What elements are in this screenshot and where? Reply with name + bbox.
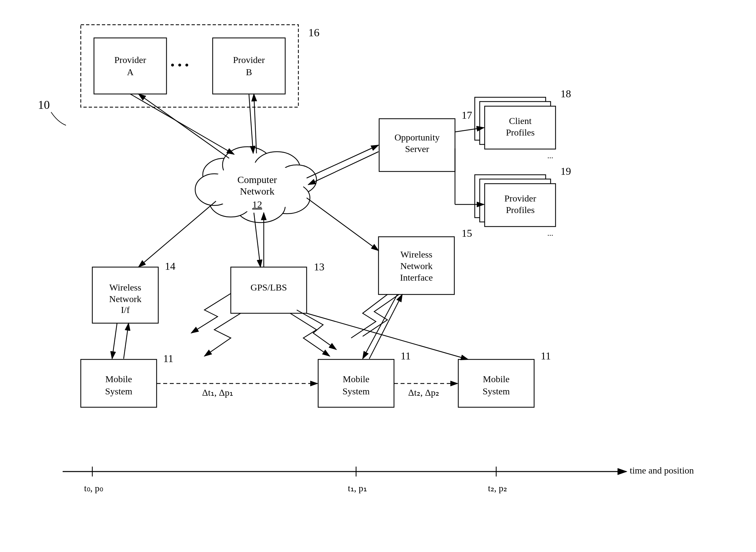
- wni-left-label2: Network: [109, 294, 141, 304]
- provider-b-label2: B: [246, 67, 252, 77]
- diagram-container: 10 Provider A Provider B • • • 16 Comput…: [0, 0, 756, 552]
- client-profiles-num: 18: [561, 88, 571, 100]
- wni-left-num: 14: [165, 260, 175, 272]
- network-to-wni-arrow: [307, 198, 379, 251]
- computer-network-cloud: Computer Network 12: [195, 147, 316, 223]
- mobile-system-left-num: 11: [163, 353, 173, 364]
- t1-p1-label: t₁, p₁: [348, 483, 367, 493]
- provider-profiles-dots: ...: [547, 229, 553, 238]
- provider-a-label2: A: [127, 67, 134, 77]
- computer-network-num: 12: [252, 199, 262, 210]
- gps-lbs-num: 13: [314, 261, 324, 273]
- computer-network-label1: Computer: [238, 174, 277, 185]
- gps-lbs-label: GPS/LBS: [251, 282, 287, 292]
- system-id-label: 10: [38, 98, 50, 112]
- wni-left-label1: Wireless: [110, 282, 141, 292]
- wni-left-to-mobile-left-arrow: [112, 323, 117, 359]
- t0-p0-label: t₀, p₀: [84, 483, 103, 493]
- gps-to-wni-left-lightning: [191, 293, 231, 333]
- provider-profiles-num: 19: [561, 165, 571, 177]
- t2-p2-label: t₂, p₂: [488, 483, 507, 493]
- provider-group-num: 16: [308, 26, 319, 38]
- mobile-left-to-wni-left-arrow: [124, 323, 129, 359]
- mobile-system-center-label2: System: [342, 386, 370, 396]
- client-profiles-label1: Client: [509, 116, 532, 126]
- wni-num: 15: [462, 227, 472, 239]
- gps-to-mobile-left-lightning: [204, 313, 241, 356]
- mobile-system-right-label2: System: [483, 386, 510, 396]
- computer-network-label2: Network: [240, 186, 275, 196]
- wni-label1: Wireless: [401, 249, 433, 260]
- provider-a-label: Provider: [114, 55, 146, 65]
- provider-profiles-label2: Profiles: [506, 205, 535, 215]
- network-to-wni-left-arrow: [139, 201, 216, 267]
- dots-label: • • •: [170, 59, 189, 72]
- mobile-system-center-label1: Mobile: [343, 374, 369, 384]
- opserver-to-network-arrow: [308, 152, 379, 185]
- wni-left-label3: I/f: [121, 305, 130, 315]
- time-position-label: time and position: [630, 465, 694, 475]
- opportunity-server-label2: Server: [405, 144, 429, 154]
- opportunity-server-label1: Opportunity: [395, 132, 440, 142]
- provider-profiles-label1: Provider: [504, 193, 537, 203]
- gps-to-mobile-center-lightning1: [290, 313, 330, 356]
- mobile-system-center-num: 11: [401, 350, 411, 362]
- opportunity-server-num: 17: [462, 109, 472, 121]
- provider-a-box: [94, 38, 166, 94]
- system-id-arrow: [51, 112, 66, 125]
- delta-t2-p2-label: Δt₂, Δp₂: [408, 388, 439, 398]
- wni-label2: Network: [400, 261, 433, 271]
- mobile-system-right-label1: Mobile: [483, 374, 510, 384]
- mobile-system-right-num: 11: [541, 350, 551, 362]
- provider-b-label: Provider: [233, 55, 265, 65]
- delta-t1-p1-label: Δt₁, Δp₁: [202, 388, 233, 398]
- client-profiles-dots: ...: [547, 151, 553, 160]
- provider-b-box: [213, 38, 285, 94]
- client-profiles-label2: Profiles: [506, 127, 535, 138]
- mobile-system-left-label1: Mobile: [106, 374, 132, 384]
- wni-label3: Interface: [400, 272, 433, 283]
- network-to-opserver-arrow: [307, 145, 379, 178]
- mobile-system-left-label2: System: [105, 386, 133, 396]
